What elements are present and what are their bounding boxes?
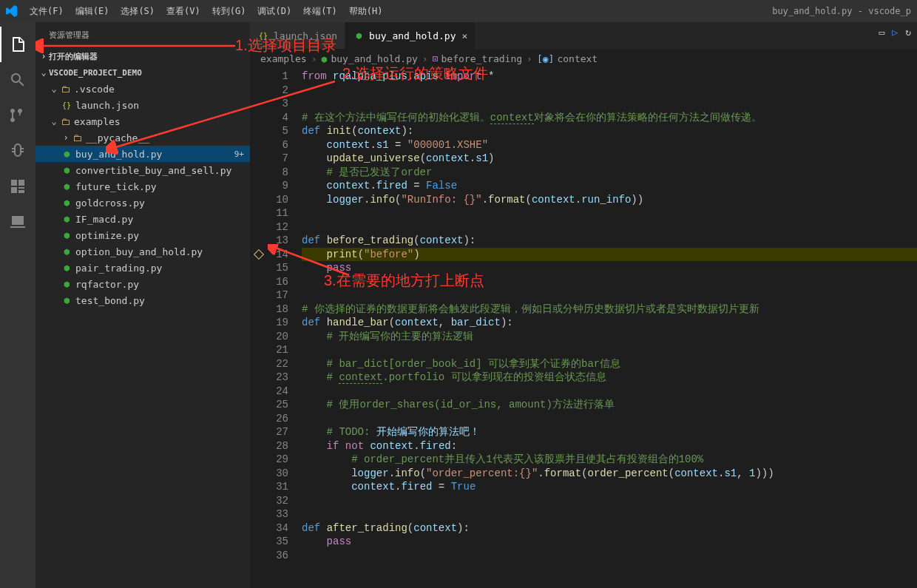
code-line[interactable]: context.fired = True [302,480,917,494]
file-row[interactable]: ⬢IF_macd.py [35,211,250,227]
line-number: 25 [268,398,288,412]
code-line[interactable] [302,549,917,563]
file-label: rqfactor.py [75,279,139,290]
code-line[interactable]: def before_trading(context): [302,234,917,248]
code-line[interactable] [302,343,917,357]
explorer-icon[interactable] [0,27,35,62]
menu-item[interactable]: 查看(V) [160,0,206,22]
tab-label: launch.json [274,30,337,41]
code-line[interactable] [302,275,917,289]
line-number: 29 [268,453,288,467]
code-line[interactable]: # 在这个方法中编写任何的初始化逻辑。context对象将会在你的算法策略的任何… [302,111,917,125]
search-icon[interactable] [0,62,35,98]
code-line[interactable]: # 是否已发送了order [302,166,917,180]
line-number: 20 [268,330,288,344]
code-line[interactable]: print("before") [302,248,917,262]
code-line[interactable]: # 你选择的证券的数据更新将会触发此段逻辑，例如日或分钟历史数据切片或者是实时数… [302,303,917,317]
code-editor[interactable]: 1234567891011121314151617181920212223242… [250,68,917,588]
file-row[interactable]: ⬢pair_trading.py [35,260,250,276]
folder-row[interactable]: ⌄🗀examples [35,113,250,129]
code-line[interactable]: # bar_dict[order_book_id] 可以拿到某个证券的bar信息 [302,357,917,371]
code-line[interactable]: logger.info("RunInfo: {}".format(context… [302,193,917,207]
code-line[interactable] [302,84,917,98]
python-file-icon: ⬢ [61,180,72,192]
breakpoint-icon[interactable] [254,249,264,260]
code-line[interactable]: # 使用order_shares(id_or_ins, amount)方法进行落… [302,398,917,412]
code-line[interactable]: from rqalpha_plus.apis import * [302,70,917,84]
menu-item[interactable]: 终端(T) [297,0,343,22]
reload-icon[interactable]: ↻ [905,27,911,38]
menu-item[interactable]: 编辑(E) [70,0,115,22]
editor-tab[interactable]: {}launch.json [250,22,345,49]
file-row[interactable]: ⬢buy_and_hold.py9+ [35,146,250,162]
code-line[interactable] [302,220,917,234]
file-row[interactable]: ⬢future_tick.py [35,178,250,195]
file-row[interactable]: ⬢option_buy_and_hold.py [35,243,250,260]
menu-item[interactable]: 选择(S) [115,0,160,22]
menu-item[interactable]: 转到(G) [206,0,252,22]
project-root-row[interactable]: ⌄ VSCODE_PROJECT_DEMO [35,64,250,81]
code-line[interactable]: def init(context): [302,124,917,138]
python-file-icon: ⬢ [353,30,365,41]
code-content[interactable]: from rqalpha_plus.apis import * # 在这个方法中… [299,68,917,588]
debug-icon[interactable] [0,133,35,169]
chevron-right-icon: › [38,51,49,61]
code-line[interactable]: # context.portfolio 可以拿到现在的投资组合状态信息 [302,371,917,385]
file-row[interactable]: ⬢test_bond.py [35,292,250,308]
code-line[interactable]: context.fired = False [302,179,917,193]
menu-item[interactable]: 文件(F) [24,0,70,22]
folder-row[interactable]: ›🗀__pycache__ [35,129,250,146]
open-editors-section[interactable]: › 打开的编辑器 [35,48,250,64]
editor-tab[interactable]: ⬢buy_and_hold.py× [345,22,476,49]
file-label: goldcross.py [75,197,145,209]
python-file-icon: ⬢ [61,148,72,160]
run-debug-icon[interactable]: ▷ [892,27,898,38]
code-line[interactable]: def handle_bar(context, bar_dict): [302,316,917,330]
file-row[interactable]: ⬢optimize.py [35,227,250,243]
code-line[interactable]: pass [302,535,917,549]
code-line[interactable]: context.s1 = "000001.XSHE" [302,138,917,152]
menu-item[interactable]: 调试(D) [251,0,297,22]
folder-row[interactable]: ⌄🗀.vscode [35,81,250,97]
breadcrumb-item[interactable]: ⬢buy_and_hold.py [321,53,417,64]
breadcrumbs[interactable]: examples›⬢buy_and_hold.py›⊡before_tradin… [250,49,917,68]
breadcrumb-item[interactable]: [◉]context [537,53,598,64]
source-control-icon[interactable] [0,98,35,133]
line-number: 35 [268,535,288,549]
code-line[interactable]: def after_trading(context): [302,521,917,535]
code-line[interactable] [302,412,917,426]
folder-icon: 🗀 [71,132,83,143]
code-line[interactable]: update_universe(context.s1) [302,152,917,166]
code-line[interactable]: logger.info("order_percent:{}".format(or… [302,467,917,481]
file-row[interactable]: {}launch.json [35,97,250,113]
code-line[interactable]: # TODO: 开始编写你的算法吧！ [302,425,917,439]
menu-item[interactable]: 帮助(H) [343,0,389,22]
file-row[interactable]: ⬢rqfactor.py [35,276,250,292]
code-line[interactable] [302,385,917,399]
vscode-app-icon [6,5,18,17]
file-label: future_tick.py [75,181,157,192]
file-row[interactable]: ⬢convertible_buy_and_sell.py [35,162,250,178]
code-line[interactable]: if not context.fired: [302,439,917,453]
close-icon[interactable]: × [462,30,468,41]
breadcrumb-item[interactable]: ⊡before_trading [433,53,522,64]
code-line[interactable] [302,206,917,220]
remote-icon[interactable] [0,204,35,240]
line-number: 2 [268,84,288,98]
code-line[interactable] [302,288,917,303]
code-line[interactable] [302,97,917,111]
code-line[interactable] [302,507,917,521]
variable-icon: [◉] [537,53,554,64]
split-editor-icon[interactable]: ▭ [879,27,885,38]
file-row[interactable]: ⬢goldcross.py [35,195,250,211]
glyph-margin[interactable] [250,68,268,588]
code-line[interactable]: pass [302,261,917,275]
chevron-down-icon: ⌄ [49,84,59,94]
breadcrumb-item[interactable]: examples [260,53,307,64]
chevron-down-icon: ⌄ [38,67,49,78]
python-file-icon: ⬢ [61,164,72,176]
code-line[interactable]: # 开始编写你的主要的算法逻辑 [302,330,917,344]
code-line[interactable] [302,494,917,508]
extensions-icon[interactable] [0,169,35,204]
code-line[interactable]: # order_percent并且传入1代表买入该股票并且使其占有投资组合的10… [302,453,917,467]
